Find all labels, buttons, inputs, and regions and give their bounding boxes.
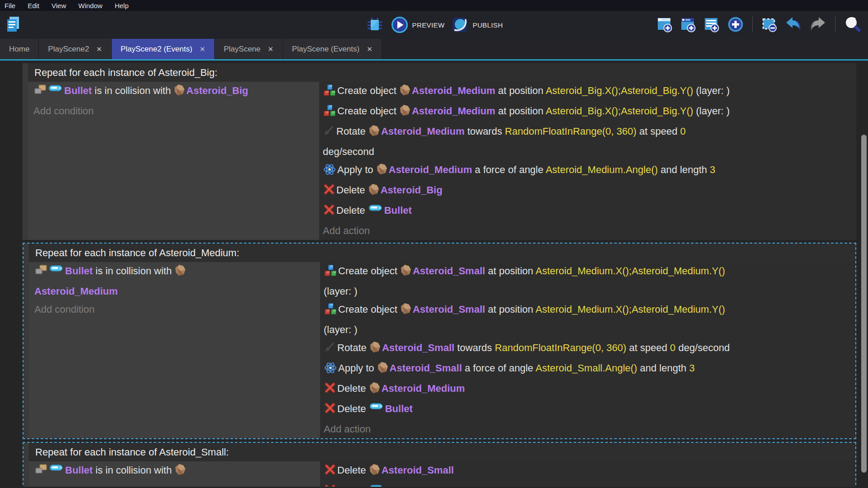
object-name: Asteroid_Medium — [412, 85, 495, 96]
action-row[interactable]: Delete Asteroid_Small — [324, 461, 853, 482]
object-name: Asteroid_Small — [382, 342, 454, 353]
redo-icon[interactable] — [809, 16, 827, 33]
add-action-button[interactable]: Add action — [324, 420, 853, 438]
delete-icon — [323, 204, 335, 222]
action-row[interactable]: Rotate Asteroid_Medium towards RandomFlo… — [323, 122, 854, 161]
instruction-text: Apply to — [338, 362, 377, 374]
tab-home[interactable]: Home — [0, 39, 39, 59]
asteroid-icon — [175, 464, 186, 482]
add-condition-button[interactable]: Add condition — [34, 300, 316, 319]
add-action-button[interactable]: Add action — [323, 222, 854, 240]
instruction-text: Delete — [337, 403, 369, 414]
action-row[interactable]: Create object Asteroid_Small at position… — [324, 300, 853, 339]
instruction-text: towards — [454, 342, 495, 353]
vertical-scrollbar-thumb[interactable] — [861, 135, 867, 473]
undo-icon[interactable] — [784, 16, 802, 33]
object-name: Bullet — [385, 403, 413, 414]
asteroid-icon — [174, 84, 185, 102]
create-object-icon — [324, 264, 337, 282]
asteroid-icon — [369, 464, 380, 482]
expression-text: 0 — [680, 126, 686, 137]
event-inner: Repeat for each instance of Asteroid_Sma… — [24, 443, 855, 487]
event-repeat-header[interactable]: Repeat for each instance of Asteroid_Sma… — [29, 443, 855, 461]
tab-close-icon[interactable]: ✕ — [199, 45, 205, 53]
asteroid-icon — [401, 264, 411, 282]
add-comment-icon[interactable] — [703, 16, 721, 33]
expression-text: Asteroid_Medium.X();Asteroid_Medium.Y() — [535, 265, 725, 277]
publish-globe-icon — [451, 16, 469, 34]
tab-playscene2[interactable]: PlayScene2✕ — [39, 39, 111, 59]
add-circle-icon[interactable] — [727, 16, 744, 33]
instruction-text: at speed — [626, 342, 670, 353]
action-row[interactable]: Create object Asteroid_Medium at positio… — [323, 102, 854, 122]
asteroid-icon — [401, 303, 411, 321]
action-row[interactable]: Apply to Asteroid_Small a force of angle… — [324, 359, 853, 380]
bullet-icon — [48, 84, 63, 102]
action-row[interactable]: Create object Asteroid_Medium at positio… — [323, 82, 854, 102]
tab-close-icon[interactable]: ✕ — [367, 45, 373, 53]
event-main: Repeat for each instance of Asteroid_Med… — [29, 244, 855, 438]
tab-close-icon[interactable]: ✕ — [268, 45, 274, 53]
action-row[interactable]: Delete Bullet — [324, 400, 853, 420]
event-drag-handle[interactable] — [24, 443, 29, 487]
event-repeat-header[interactable]: Repeat for each instance of Asteroid_Big… — [28, 63, 856, 82]
toolbar-separator — [752, 16, 753, 33]
collision-icon — [34, 84, 47, 102]
conditions-column: Bullet is in collision with Asteroid_Sma… — [29, 461, 320, 487]
condition-row[interactable]: Bullet is in collision with Asteroid_Big — [33, 82, 316, 102]
expression-text: RandomFloatInRange(0, 360) — [495, 342, 626, 353]
add-condition-button[interactable]: Add condition — [33, 102, 316, 120]
tab-playscene[interactable]: PlayScene✕ — [215, 39, 283, 59]
asteroid-icon — [400, 104, 410, 122]
menu-item-view[interactable]: View — [52, 2, 66, 9]
remove-event-icon[interactable] — [761, 16, 778, 33]
action-row[interactable]: Apply to Asteroid_Medium a force of angl… — [323, 161, 854, 181]
event-repeat-header[interactable]: Repeat for each instance of Asteroid_Med… — [29, 244, 855, 262]
event-drag-handle[interactable] — [23, 63, 28, 240]
action-row[interactable]: Delete Asteroid_Medium — [324, 380, 853, 400]
event-body: Bullet is in collision with Asteroid_Sma… — [29, 461, 855, 487]
menu-item-help[interactable]: Help — [115, 2, 129, 9]
action-row[interactable]: Rotate Asteroid_Small towards RandomFloa… — [324, 339, 853, 359]
tab-playscene2-events[interactable]: PlayScene2 (Events)✕ — [112, 39, 215, 59]
instruction-text: towards — [465, 126, 505, 137]
expression-text: Asteroid_Medium.Angle() — [546, 164, 658, 175]
conditions-column: Bullet is in collision with Asteroid_Med… — [29, 262, 320, 438]
add-subevent-icon[interactable] — [680, 16, 697, 33]
actions-column: Create object Asteroid_Medium at positio… — [319, 82, 856, 240]
expression-text: Asteroid_Small.Angle() — [535, 362, 637, 374]
event-drag-handle[interactable] — [24, 244, 29, 438]
search-icon[interactable] — [844, 15, 862, 33]
event-block-2[interactable]: Repeat for each instance of Asteroid_Med… — [23, 243, 856, 439]
event-block-1[interactable]: Repeat for each instance of Asteroid_Big… — [23, 63, 856, 240]
instruction-text: Delete — [336, 205, 368, 216]
event-body: Bullet is in collision with Asteroid_Big… — [28, 82, 856, 240]
condition-row[interactable]: Bullet is in collision with Asteroid_Sma… — [34, 461, 316, 487]
menu-item-edit[interactable]: Edit — [28, 2, 39, 9]
action-row[interactable]: Create object Asteroid_Small at position… — [324, 262, 853, 300]
menu-bar: FileEditViewWindowHelp — [0, 0, 868, 11]
menu-item-file[interactable]: File — [5, 2, 15, 9]
action-row[interactable]: Delete Asteroid_Big — [323, 181, 854, 202]
object-name: Bullet — [385, 485, 413, 487]
tab-playscene-events[interactable]: PlayScene (Events)✕ — [283, 39, 382, 59]
preview-button[interactable]: PREVIEW — [391, 16, 445, 34]
instruction-text: at speed — [637, 126, 680, 137]
action-row[interactable]: Delete Bullet — [323, 202, 854, 222]
add-event-icon[interactable] — [656, 16, 674, 33]
delete-icon — [324, 382, 336, 400]
tab-label: PlayScene2 (Events) — [121, 45, 193, 54]
instruction-text: (layer: ) — [693, 85, 730, 96]
project-manager-icon[interactable] — [5, 15, 22, 33]
publish-button[interactable]: PUBLISH — [451, 16, 503, 34]
instruction-text: (layer: ) — [693, 105, 730, 117]
tab-close-icon[interactable]: ✕ — [96, 45, 102, 53]
bullet-icon — [368, 204, 383, 222]
instruction-text: Delete — [337, 383, 369, 394]
action-row[interactable]: Delete Bullet — [324, 482, 853, 487]
condition-row[interactable]: Bullet is in collision with Asteroid_Med… — [34, 262, 316, 300]
event-block-3[interactable]: Repeat for each instance of Asteroid_Sma… — [23, 442, 856, 487]
menu-item-window[interactable]: Window — [78, 2, 102, 9]
object-name: Asteroid_Medium — [389, 164, 472, 175]
debug-icon[interactable] — [365, 16, 384, 34]
